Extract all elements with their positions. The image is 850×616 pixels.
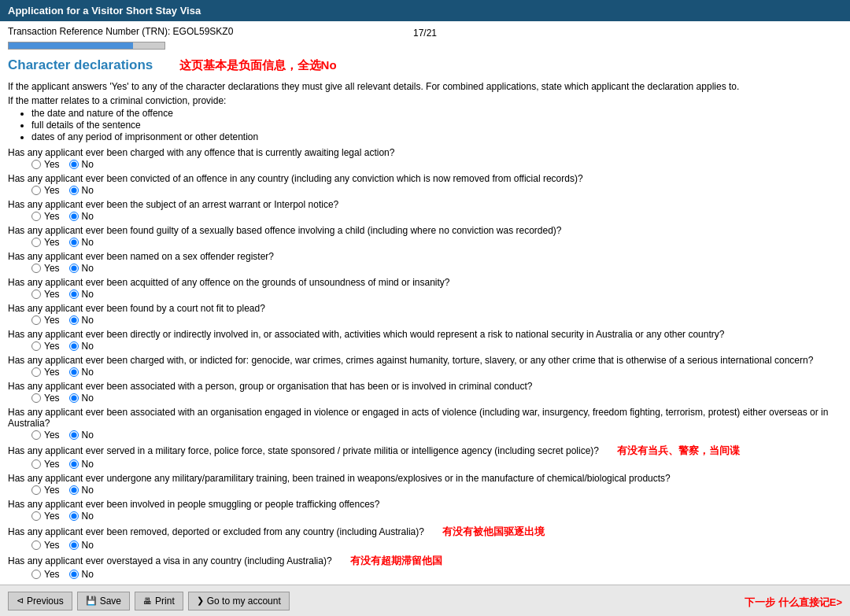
question-text-q5: Has any applicant ever been named on a s… — [8, 251, 842, 262]
progress-bar-background — [8, 42, 165, 50]
question-text-q9: Has any applicant ever been charged with… — [8, 355, 842, 366]
question-text-q10: Has any applicant ever been associated w… — [8, 381, 842, 392]
q10-yes-label: Yes — [44, 393, 60, 404]
question-block-q11: Has any applicant ever been associated w… — [8, 407, 842, 441]
question-block-q4: Has any applicant ever been found guilty… — [8, 225, 842, 248]
q14-no-radio[interactable] — [69, 511, 79, 521]
question-text-q12: Has any applicant ever served in a milit… — [8, 444, 842, 458]
q12-yes-label: Yes — [44, 459, 60, 470]
q16-yes-radio[interactable] — [31, 570, 41, 579]
q6-yes-radio[interactable] — [31, 290, 41, 299]
q5-no-radio[interactable] — [69, 264, 79, 273]
radio-row-q11: Yes No — [31, 430, 842, 441]
q6-yes-label: Yes — [44, 289, 60, 300]
go-to-account-button[interactable]: ❯ Go to my account — [188, 592, 290, 610]
previous-label: Previous — [27, 596, 64, 607]
bullet-item: dates of any period of imprisonment or o… — [31, 131, 842, 142]
q15-yes-label: Yes — [44, 540, 60, 551]
q11-yes-radio[interactable] — [31, 430, 41, 440]
q7-yes-radio[interactable] — [31, 315, 41, 325]
q4-yes-label: Yes — [44, 237, 60, 248]
q13-no-radio[interactable] — [69, 485, 79, 495]
section-title: Character declarations — [8, 57, 153, 73]
radio-row-q8: Yes No — [31, 341, 842, 352]
question-block-q6: Has any applicant ever been acquitted of… — [8, 277, 842, 300]
q8-no-radio[interactable] — [69, 341, 79, 351]
q10-no-radio[interactable] — [69, 393, 79, 403]
progress-bar-container — [0, 40, 850, 53]
question-block-q15: Has any applicant ever been removed, dep… — [8, 525, 842, 551]
q3-yes-radio[interactable] — [31, 212, 41, 221]
main-content: Character declarations 这页基本是负面信息，全选No If… — [0, 53, 850, 616]
radio-row-q10: Yes No — [31, 393, 842, 404]
q9-no-radio[interactable] — [69, 367, 79, 377]
question-text-q11: Has any applicant ever been associated w… — [8, 407, 842, 429]
q1-yes-label: Yes — [44, 159, 60, 170]
question-text-q13: Has any applicant ever undergone any mil… — [8, 473, 842, 484]
question-text-q16: Has any applicant ever overstayed a visa… — [8, 554, 842, 568]
question-text-q4: Has any applicant ever been found guilty… — [8, 225, 842, 236]
question-text-q15: Has any applicant ever been removed, dep… — [8, 525, 842, 539]
q5-no-label: No — [82, 263, 94, 274]
radio-row-q12: Yes No — [31, 459, 842, 470]
question-block-q1: Has any applicant ever been charged with… — [8, 147, 842, 170]
q2-no-label: No — [82, 185, 94, 196]
question-block-q9: Has any applicant ever been charged with… — [8, 355, 842, 378]
q6-no-label: No — [82, 289, 94, 300]
q16-yes-label: Yes — [44, 569, 60, 580]
q12-no-radio[interactable] — [69, 459, 79, 469]
q13-yes-radio[interactable] — [31, 485, 41, 495]
radio-row-q3: Yes No — [31, 211, 842, 222]
q2-yes-radio[interactable] — [31, 186, 41, 195]
matter-text: If the matter relates to a criminal conv… — [8, 95, 842, 106]
q4-yes-radio[interactable] — [31, 238, 41, 247]
q12-yes-radio[interactable] — [31, 459, 41, 469]
q14-yes-radio[interactable] — [31, 511, 41, 521]
q7-no-radio[interactable] — [69, 315, 79, 325]
q15-no-radio[interactable] — [69, 540, 79, 550]
q7-no-label: No — [82, 315, 94, 326]
question-block-q5: Has any applicant ever been named on a s… — [8, 251, 842, 274]
q11-no-label: No — [82, 430, 94, 441]
q1-no-label: No — [82, 159, 94, 170]
q15-yes-radio[interactable] — [31, 540, 41, 550]
radio-row-q14: Yes No — [31, 511, 842, 522]
q1-no-radio[interactable] — [69, 160, 79, 169]
q1-yes-radio[interactable] — [31, 160, 41, 169]
q6-no-radio[interactable] — [69, 290, 79, 299]
question-block-q12: Has any applicant ever served in a milit… — [8, 444, 842, 470]
q5-yes-radio[interactable] — [31, 264, 41, 273]
chinese-annotation-overstayed: 有没有超期滞留他国 — [350, 555, 442, 566]
chinese-annotation-no-annotation: 这页基本是负面信息，全选No — [179, 58, 337, 73]
q8-yes-radio[interactable] — [31, 341, 41, 351]
q2-no-radio[interactable] — [69, 186, 79, 195]
print-button[interactable]: 🖶 Print — [135, 592, 183, 610]
radio-row-q9: Yes No — [31, 367, 842, 378]
radio-row-q2: Yes No — [31, 185, 842, 196]
q16-no-radio[interactable] — [69, 570, 79, 579]
q9-yes-radio[interactable] — [31, 367, 41, 377]
question-block-q7: Has any applicant ever been found by a c… — [8, 303, 842, 326]
question-text-q6: Has any applicant ever been acquitted of… — [8, 277, 842, 288]
question-text-q1: Has any applicant ever been charged with… — [8, 147, 842, 158]
q12-no-label: No — [82, 459, 94, 470]
q16-no-label: No — [82, 569, 94, 580]
q8-yes-label: Yes — [44, 341, 60, 352]
q3-no-radio[interactable] — [69, 212, 79, 221]
previous-button[interactable]: ⊲ Previous — [8, 592, 72, 610]
chinese-annotation-deported: 有没有被他国驱逐出境 — [442, 526, 545, 537]
print-label: Print — [155, 596, 175, 607]
go-to-account-icon: ❯ — [197, 596, 204, 606]
q4-no-radio[interactable] — [69, 238, 79, 247]
description-text: If the applicant answers 'Yes' to any of… — [8, 81, 842, 92]
radio-row-q5: Yes No — [31, 263, 842, 274]
question-block-q14: Has any applicant ever been involved in … — [8, 499, 842, 522]
q11-no-radio[interactable] — [69, 430, 79, 440]
save-icon: 💾 — [86, 596, 97, 606]
next-annotation: 下一步 什么直接记E> — [745, 596, 842, 610]
q10-yes-radio[interactable] — [31, 393, 41, 403]
question-block-q8: Has any applicant ever been directly or … — [8, 329, 842, 352]
q7-yes-label: Yes — [44, 315, 60, 326]
chinese-annotation-military: 有没有当兵、警察，当间谍 — [617, 444, 740, 456]
save-button[interactable]: 💾 Save — [77, 592, 130, 610]
